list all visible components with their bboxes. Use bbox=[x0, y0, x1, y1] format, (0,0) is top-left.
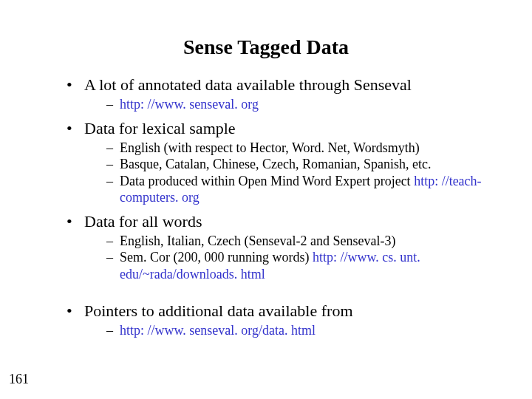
bullet-item: Pointers to additional data available fr… bbox=[66, 301, 495, 339]
sub-text-pre: English (with respect to Hector, Word. N… bbox=[120, 140, 420, 155]
sub-list: English (with respect to Hector, Word. N… bbox=[84, 140, 495, 206]
sub-item: Basque, Catalan, Chinese, Czech, Romania… bbox=[106, 156, 495, 173]
sub-item: Data produced within Open Mind Word Expe… bbox=[106, 173, 495, 206]
page-number: 161 bbox=[9, 372, 29, 387]
bullet-list: Pointers to additional data available fr… bbox=[37, 301, 495, 339]
link-text[interactable]: http: //www. senseval. org bbox=[120, 97, 259, 112]
sub-list: http: //www. senseval. org bbox=[84, 96, 495, 113]
bullet-list: A lot of annotated data available throug… bbox=[37, 75, 495, 282]
bullet-item: Data for all words English, Italian, Cze… bbox=[66, 212, 495, 283]
bullet-text: Data for all words bbox=[84, 212, 202, 231]
sub-item: http: //www. senseval. org bbox=[106, 96, 495, 113]
sub-list: English, Italian, Czech (Senseval-2 and … bbox=[84, 233, 495, 283]
bullet-item: Data for lexical sample English (with re… bbox=[66, 119, 495, 206]
bullet-item: A lot of annotated data available throug… bbox=[66, 75, 495, 113]
sub-item: English (with respect to Hector, Word. N… bbox=[106, 140, 495, 157]
sub-text-pre: English, Italian, Czech (Senseval-2 and … bbox=[120, 233, 395, 248]
spacer bbox=[37, 288, 495, 301]
bullet-text: Pointers to additional data available fr… bbox=[84, 301, 353, 320]
link-text[interactable]: http: //www. senseval. org/data. html bbox=[120, 323, 316, 338]
sub-text-pre: Data produced within Open Mind Word Expe… bbox=[120, 174, 414, 188]
sub-item: http: //www. senseval. org/data. html bbox=[106, 322, 495, 339]
sub-text-pre: Sem. Cor (200, 000 running words) bbox=[120, 250, 313, 265]
sub-list: http: //www. senseval. org/data. html bbox=[84, 322, 495, 339]
sub-text-pre: Basque, Catalan, Chinese, Czech, Romania… bbox=[120, 157, 431, 171]
slide-title: Sense Tagged Data bbox=[37, 35, 495, 59]
sub-item: Sem. Cor (200, 000 running words) http: … bbox=[106, 249, 495, 282]
bullet-text: A lot of annotated data available throug… bbox=[84, 75, 412, 94]
sub-item: English, Italian, Czech (Senseval-2 and … bbox=[106, 233, 495, 250]
slide: Sense Tagged Data A lot of annotated dat… bbox=[0, 0, 532, 399]
bullet-text: Data for lexical sample bbox=[84, 119, 236, 137]
